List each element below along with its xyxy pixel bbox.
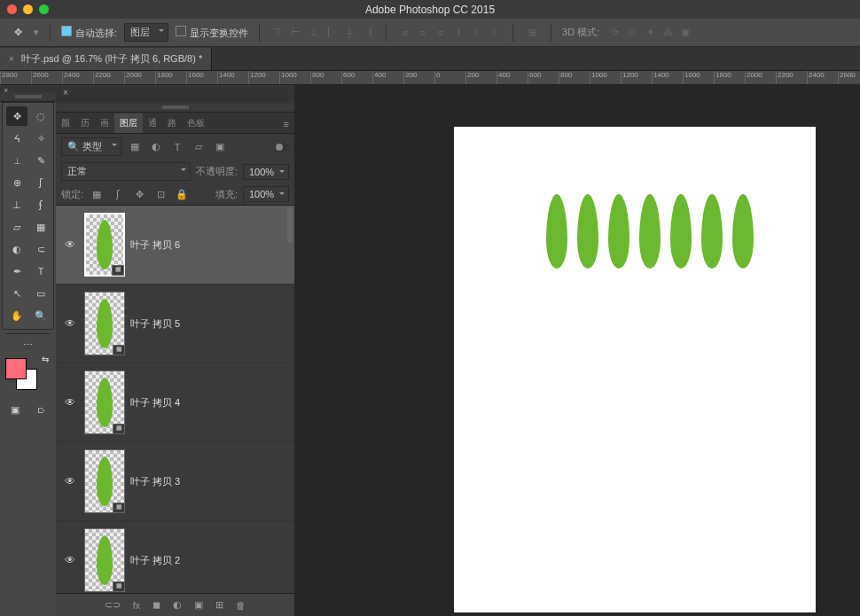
auto-select-dropdown[interactable]: 图层 [124,23,168,42]
close-window[interactable] [7,4,17,14]
layer-row[interactable]: 👁▦叶子 拷贝 5 [56,285,294,363]
color-swatch[interactable]: ⇆ [0,353,56,399]
path-tool[interactable]: ↖ [6,284,27,303]
filter-type-icon[interactable]: T [169,139,185,155]
panel-menu-icon[interactable]: ≡ [278,115,294,133]
align-vcenter-icon[interactable]: ⊢ [288,25,304,41]
layer-name[interactable]: 叶子 拷贝 4 [130,396,180,409]
layer-thumbnail[interactable]: ▦ [84,370,125,434]
lock-nest-icon[interactable]: ⊡ [152,186,168,202]
swap-colors-icon[interactable]: ⇆ [42,355,49,364]
marquee-tool[interactable]: ◌ [30,106,51,126]
brush-tool[interactable]: ʃ [30,173,51,192]
visibility-icon[interactable]: 👁 [61,238,79,251]
close-narrow-icon[interactable]: × [56,85,75,103]
blend-mode-dropdown[interactable]: 正常 [61,162,191,181]
show-transform-checkbox[interactable]: 显示变换控件 [176,26,248,40]
pan-icon[interactable]: ◎ [624,25,640,41]
camera-icon[interactable]: ▣ [677,25,693,41]
canvas-area[interactable] [294,85,860,616]
layer-name[interactable]: 叶子 拷贝 2 [130,554,180,567]
filter-shape-icon[interactable]: ▱ [191,139,207,155]
wand-tool[interactable]: ✧ [30,129,51,148]
align-top-icon[interactable]: ⊤ [270,25,286,41]
lock-transparent-icon[interactable]: ▦ [89,186,105,202]
fg-color[interactable] [5,358,27,379]
gradient-tool[interactable]: ▦ [30,217,51,237]
opacity-field[interactable]: 100% [243,164,289,180]
lasso-tool[interactable]: ᔦ [6,129,27,148]
type-tool[interactable]: T [30,261,51,281]
filter-switch[interactable] [275,143,289,152]
tab-swatches[interactable]: 色板 [182,113,210,133]
orbit-icon[interactable]: ⟳ [606,25,622,41]
layer-thumbnail[interactable]: ▦ [84,449,125,513]
tab-layers[interactable]: 图层 [114,113,143,133]
filter-pixel-icon[interactable]: ▦ [127,139,143,155]
layer-thumbnail[interactable]: ▦ [84,213,125,277]
screenmode-tool[interactable]: ⫐ [36,404,46,416]
layer-row[interactable]: 👁▦叶子 拷贝 3 [56,442,294,521]
dolly-icon[interactable]: ✦ [642,25,658,41]
lock-all-icon[interactable]: 🔒 [174,186,190,202]
stamp-tool[interactable]: ⊥ [6,195,27,214]
visibility-icon[interactable]: 👁 [61,396,79,409]
fx-icon[interactable]: fx [133,600,141,611]
document-canvas[interactable] [454,127,816,612]
eraser-tool[interactable]: ▱ [6,217,27,237]
layer-thumbnail[interactable]: ▦ [84,528,125,592]
layer-name[interactable]: 叶子 拷贝 5 [130,317,180,331]
healing-tool[interactable]: ⊕ [6,173,27,192]
align-left-icon[interactable]: ▏ [324,25,340,41]
layer-name[interactable]: 叶子 拷贝 6 [130,238,180,252]
zoom-tool[interactable]: 🔍 [30,306,51,325]
filter-adjust-icon[interactable]: ◐ [148,139,164,155]
document-tab[interactable]: × 叶子.psd @ 16.7% (叶子 拷贝 6, RGB/8) * [0,48,212,70]
tab-paths[interactable]: 路 [162,113,182,133]
shape-tool[interactable]: ▭ [30,284,51,303]
hand-tool[interactable]: ✋ [6,306,27,325]
pen-tool[interactable]: ✒ [6,261,27,281]
group-icon[interactable]: ▣ [194,599,203,611]
tab-brush[interactable]: 画 [95,113,114,133]
eyedropper-tool[interactable]: ✎ [30,151,51,170]
crop-tool[interactable]: ⟂ [6,151,27,170]
tab-history[interactable]: 历 [75,113,95,133]
move-tool-icon[interactable]: ✥ [9,24,27,42]
tab-color[interactable]: 颜 [56,113,75,133]
trash-icon[interactable]: 🗑 [236,600,246,611]
minimize-window[interactable] [23,4,33,14]
lock-paint-icon[interactable]: ʃ [110,186,126,202]
visibility-icon[interactable]: 👁 [61,554,79,566]
lock-position-icon[interactable]: ✥ [131,186,147,202]
tab-channels[interactable]: 通 [143,113,162,133]
align-bottom-icon[interactable]: ⊥ [306,25,322,41]
move-tool[interactable]: ✥ [6,106,27,126]
layer-row[interactable]: 👁▦叶子 拷贝 2 [56,521,294,593]
layer-row[interactable]: 👁▦叶子 拷贝 4 [56,363,294,442]
quickmask-tool[interactable]: ▣ [11,404,20,416]
layer-thumbnail[interactable]: ▦ [84,292,125,355]
history-brush-tool[interactable]: ʄ [30,195,51,214]
blur-tool[interactable]: ◐ [6,239,27,259]
filter-smart-icon[interactable]: ▣ [212,139,228,155]
auto-select-checkbox[interactable]: 自动选择: [61,26,117,40]
slide-icon[interactable]: ⁂ [660,25,676,41]
ellipsis-tool[interactable]: ⋯ [0,338,56,353]
link-icon[interactable]: ⊂⊃ [105,599,121,611]
align-right-icon[interactable]: ▕ [359,25,375,41]
scrollbar-thumb[interactable] [287,207,293,243]
adjustment-icon[interactable]: ◐ [173,599,182,611]
layer-name[interactable]: 叶子 拷贝 3 [130,475,180,488]
filter-kind-dropdown[interactable]: 🔍 类型 [61,137,121,156]
maximize-window[interactable] [39,4,49,14]
dodge-tool[interactable]: ⊂ [30,239,51,259]
ruler-horizontal[interactable]: 2800260024002200200018001600140012001000… [0,71,860,85]
fill-field[interactable]: 100% [243,186,289,202]
layer-row[interactable]: 👁▦叶子 拷贝 6 [56,206,294,285]
align-hcenter-icon[interactable]: ┼ [341,25,357,41]
mask-icon[interactable]: ◼ [152,599,160,611]
close-tab-icon[interactable]: × [9,54,14,64]
visibility-icon[interactable]: 👁 [61,475,79,487]
visibility-icon[interactable]: 👁 [61,317,79,330]
